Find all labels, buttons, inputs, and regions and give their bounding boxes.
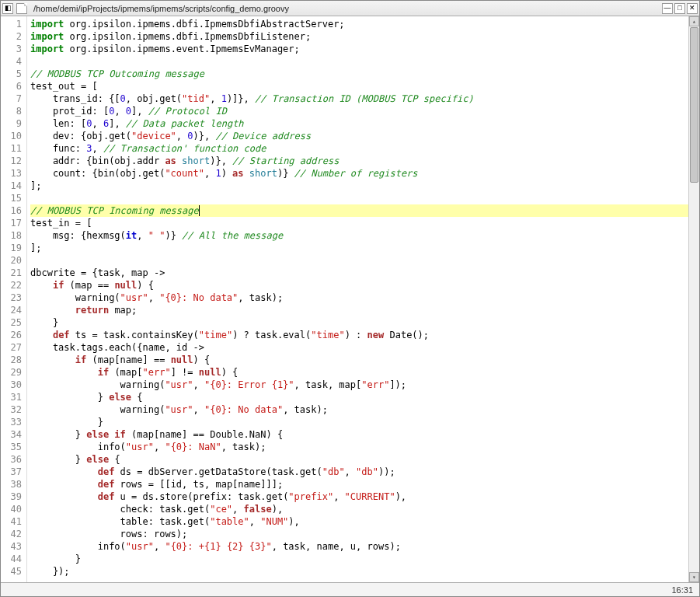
line-number: 25 xyxy=(4,316,22,329)
code-line[interactable]: return map; xyxy=(30,304,688,316)
code-line[interactable]: }); xyxy=(30,565,688,578)
cursor-position: 16:31 xyxy=(671,585,693,595)
code-line[interactable]: count: {bin(obj.get("count", 1) as short… xyxy=(30,167,688,180)
line-number: 16 xyxy=(4,204,22,217)
code-line[interactable]: warning("usr", "{0}: No data", task); xyxy=(30,292,688,304)
line-number: 26 xyxy=(4,329,22,341)
scroll-up-button[interactable]: ▴ xyxy=(689,16,699,26)
code-line[interactable]: dbcwrite = {task, map -> xyxy=(30,267,688,279)
code-line[interactable]: if (map["err"] != null) { xyxy=(30,366,688,379)
code-line[interactable]: task.tags.each({name, id -> xyxy=(30,341,688,354)
code-line[interactable]: test_out = [ xyxy=(30,80,688,93)
code-line[interactable]: } else { xyxy=(30,453,688,466)
code-line[interactable]: def ts = task.containsKey("time") ? task… xyxy=(30,329,688,341)
code-line[interactable]: } else { xyxy=(30,391,688,403)
line-number: 21 xyxy=(4,267,22,279)
line-number: 1 xyxy=(4,18,22,30)
code-line[interactable]: len: [0, 6], // Data packet length xyxy=(30,117,688,130)
line-number: 42 xyxy=(4,528,22,540)
code-line[interactable]: info("usr", "{0}: +{1} {2} {3}", task, n… xyxy=(30,540,688,553)
line-number: 23 xyxy=(4,292,22,304)
code-line[interactable]: prot_id: [0, 0], // Protocol ID xyxy=(30,105,688,117)
code-line[interactable]: dev: {obj.get("device", 0)}, // Device a… xyxy=(30,130,688,142)
code-line[interactable]: rows: rows); xyxy=(30,528,688,540)
line-number: 37 xyxy=(4,466,22,478)
scroll-down-button[interactable]: ▾ xyxy=(689,572,699,582)
code-line[interactable]: def u = ds.store(prefix: task.get("prefi… xyxy=(30,491,688,503)
code-line[interactable]: info("usr", "{0}: NaN", task); xyxy=(30,441,688,453)
code-line[interactable]: import org.ipsilon.ipmems.event.IpmemsEv… xyxy=(30,43,688,55)
code-line[interactable]: if (map[name] == null) { xyxy=(30,354,688,366)
line-number: 29 xyxy=(4,366,22,379)
line-number: 22 xyxy=(4,279,22,292)
line-number: 17 xyxy=(4,217,22,229)
line-number: 30 xyxy=(4,379,22,391)
vertical-scrollbar[interactable]: ▴ ▾ xyxy=(688,16,699,582)
line-number: 5 xyxy=(4,68,22,80)
line-number: 3 xyxy=(4,43,22,55)
code-editor[interactable]: import org.ipsilon.ipmems.dbfi.IpmemsDbf… xyxy=(27,16,688,582)
line-number: 40 xyxy=(4,503,22,515)
code-line[interactable]: func: 3, // Transaction' function code xyxy=(30,142,688,155)
line-number: 45 xyxy=(4,565,22,578)
code-line[interactable]: import org.ipsilon.ipmems.dbfi.IpmemsDbf… xyxy=(30,30,688,43)
line-number: 28 xyxy=(4,354,22,366)
line-number: 31 xyxy=(4,391,22,403)
code-line[interactable]: } xyxy=(30,316,688,329)
line-number: 33 xyxy=(4,416,22,428)
code-line[interactable] xyxy=(30,192,688,204)
line-number: 27 xyxy=(4,341,22,354)
line-number: 44 xyxy=(4,553,22,565)
line-number: 10 xyxy=(4,130,22,142)
code-line[interactable]: table: task.get("table", "NUM"), xyxy=(30,515,688,528)
line-number: 19 xyxy=(4,242,22,254)
scrollbar-thumb[interactable] xyxy=(690,27,698,183)
code-line[interactable]: if (map == null) { xyxy=(30,279,688,292)
code-line[interactable]: warning("usr", "{0}: Error {1}", task, m… xyxy=(30,379,688,391)
code-line[interactable]: } xyxy=(30,416,688,428)
maximize-button[interactable]: □ xyxy=(674,3,685,14)
line-number: 13 xyxy=(4,167,22,180)
status-bar: 16:31 xyxy=(1,582,699,596)
code-line[interactable] xyxy=(30,254,688,267)
line-number: 7 xyxy=(4,93,22,105)
line-number: 41 xyxy=(4,515,22,528)
line-number: 14 xyxy=(4,180,22,192)
line-number: 35 xyxy=(4,441,22,453)
code-line[interactable]: ]; xyxy=(30,180,688,192)
code-line[interactable]: warning("usr", "{0}: No data", task); xyxy=(30,403,688,416)
code-line[interactable] xyxy=(30,55,688,68)
line-number: 8 xyxy=(4,105,22,117)
line-number: 24 xyxy=(4,304,22,316)
code-line[interactable]: test_in = [ xyxy=(30,217,688,229)
app-menu-icon[interactable]: ◧ xyxy=(2,3,13,14)
editor-area[interactable]: 1234567891011121314151617181920212223242… xyxy=(1,16,699,582)
line-number: 18 xyxy=(4,229,22,242)
line-number: 36 xyxy=(4,453,22,466)
close-button[interactable]: ✕ xyxy=(687,3,698,14)
line-number: 20 xyxy=(4,254,22,267)
line-number: 34 xyxy=(4,428,22,441)
line-number: 39 xyxy=(4,491,22,503)
code-line[interactable]: trans_id: {[0, obj.get("tid", 1)]}, // T… xyxy=(30,93,688,105)
line-number: 12 xyxy=(4,155,22,167)
code-line[interactable]: } xyxy=(30,553,688,565)
minimize-button[interactable]: — xyxy=(662,3,673,14)
code-line[interactable]: check: task.get("ce", false), xyxy=(30,503,688,515)
code-line[interactable]: // MODBUS TCP Incoming message xyxy=(30,204,688,217)
line-number: 11 xyxy=(4,142,22,155)
code-line[interactable]: // MODBUS TCP Outcoming message xyxy=(30,68,688,80)
code-line[interactable]: import org.ipsilon.ipmems.dbfi.IpmemsDbf… xyxy=(30,18,688,30)
line-number: 2 xyxy=(4,30,22,43)
line-number: 43 xyxy=(4,540,22,553)
window-titlebar: ◧ /home/demi/ipProjects/ipmems/ipmems/sc… xyxy=(1,1,699,16)
line-number: 38 xyxy=(4,478,22,491)
line-number: 6 xyxy=(4,80,22,93)
code-line[interactable]: } else if (map[name] == Double.NaN) { xyxy=(30,428,688,441)
code-line[interactable]: msg: {hexmsg(it, " ")} // All the messag… xyxy=(30,229,688,242)
code-line[interactable]: def rows = [[id, ts, map[name]]]; xyxy=(30,478,688,491)
code-line[interactable]: ]; xyxy=(30,242,688,254)
code-line[interactable]: def ds = dbServer.getDataStore(task.get(… xyxy=(30,466,688,478)
code-line[interactable]: addr: {bin(obj.addr as short)}, // Start… xyxy=(30,155,688,167)
line-number: 9 xyxy=(4,117,22,130)
